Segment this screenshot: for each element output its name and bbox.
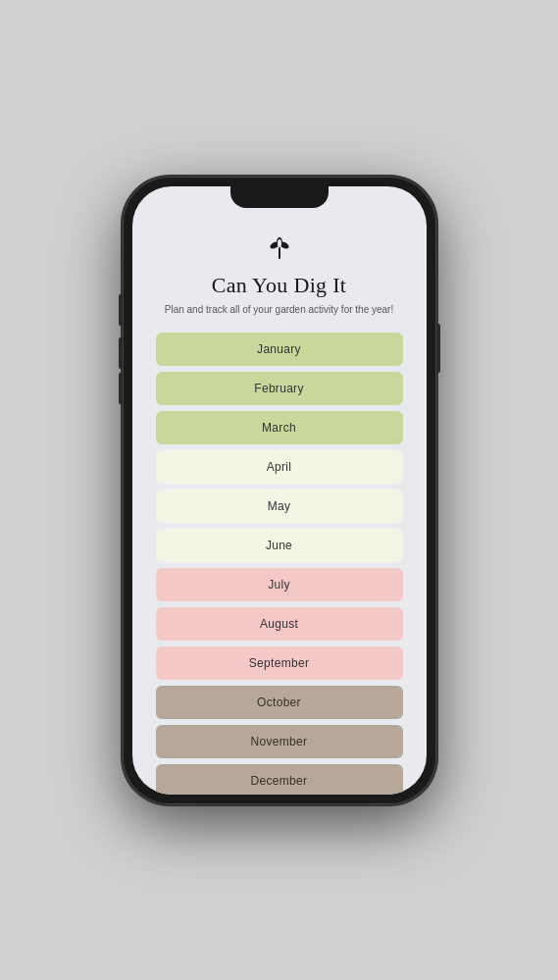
app-subtitle: Plan and track all of your garden activi… — [165, 304, 393, 315]
month-button-october[interactable]: October — [156, 686, 403, 719]
month-button-february[interactable]: February — [156, 372, 403, 405]
phone-notch — [230, 186, 329, 208]
phone-screen: Can You Dig It Plan and track all of you… — [132, 186, 427, 795]
screen-content: Can You Dig It Plan and track all of you… — [132, 186, 427, 795]
month-button-june[interactable]: June — [156, 529, 403, 562]
month-list: JanuaryFebruaryMarchAprilMayJuneJulyAugu… — [156, 333, 403, 795]
month-button-may[interactable]: May — [156, 490, 403, 523]
app-title: Can You Dig It — [212, 273, 346, 298]
month-button-january[interactable]: January — [156, 333, 403, 366]
month-button-march[interactable]: March — [156, 411, 403, 444]
month-button-december[interactable]: December — [156, 764, 403, 795]
month-button-july[interactable]: July — [156, 568, 403, 601]
month-button-november[interactable]: November — [156, 725, 403, 758]
svg-point-4 — [278, 239, 281, 247]
month-button-august[interactable]: August — [156, 607, 403, 641]
month-button-september[interactable]: September — [156, 646, 403, 680]
app-logo-icon — [262, 230, 297, 269]
svg-rect-0 — [279, 247, 280, 259]
phone-frame: Can You Dig It Plan and track all of you… — [123, 177, 436, 804]
month-button-april[interactable]: April — [156, 450, 403, 484]
